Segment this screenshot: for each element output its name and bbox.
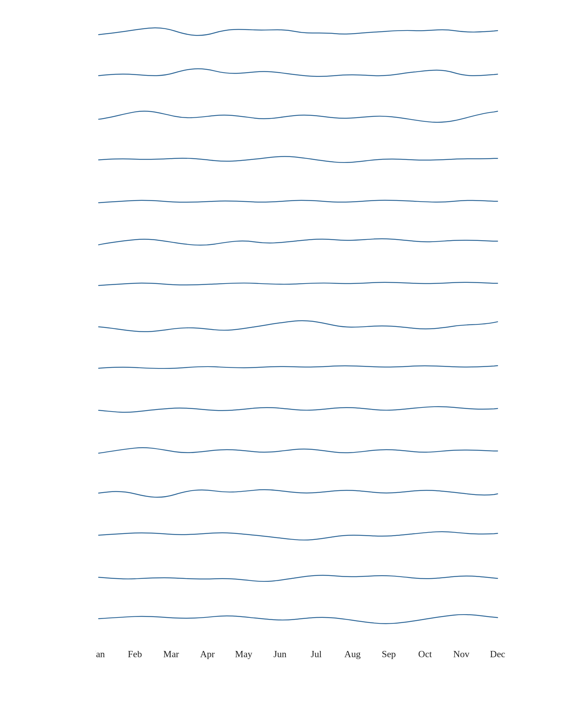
x-label-aug: Aug xyxy=(344,649,361,659)
line-bilirubin xyxy=(98,28,498,36)
x-label-sep: Sep xyxy=(382,649,396,659)
line-urea xyxy=(98,490,498,497)
x-label-jan: Jan xyxy=(96,649,105,659)
line-eosinophils xyxy=(98,111,498,122)
chart-container: Bilirubin Calcium Eosinophils Gamma GT G… xyxy=(0,0,588,712)
line-glucose xyxy=(98,200,498,203)
line-wbc xyxy=(98,615,498,624)
main-chart-svg: Bilirubin Calcium Eosinophils Gamma GT G… xyxy=(96,11,566,683)
line-hematocrit xyxy=(98,239,498,245)
line-thyroxine xyxy=(98,407,498,412)
line-iron xyxy=(98,282,498,285)
line-calcium xyxy=(98,69,498,76)
line-vitamin-d xyxy=(98,575,498,581)
line-total-cholesterol xyxy=(98,448,498,453)
x-label-may: May xyxy=(235,649,252,659)
x-label-jun: Jun xyxy=(273,649,287,659)
x-label-oct: Oct xyxy=(418,649,432,659)
line-vitamin-b12 xyxy=(98,532,498,540)
line-lymphocytes xyxy=(98,321,498,332)
x-label-dec: Dec xyxy=(490,649,505,659)
x-label-jul: Jul xyxy=(311,649,322,659)
line-gamma-gt xyxy=(98,156,498,162)
line-prolactin xyxy=(98,366,498,369)
x-label-apr: Apr xyxy=(200,649,215,659)
x-label-feb: Feb xyxy=(128,649,142,659)
x-label-mar: Mar xyxy=(163,649,179,659)
x-label-nov: Nov xyxy=(453,649,469,659)
